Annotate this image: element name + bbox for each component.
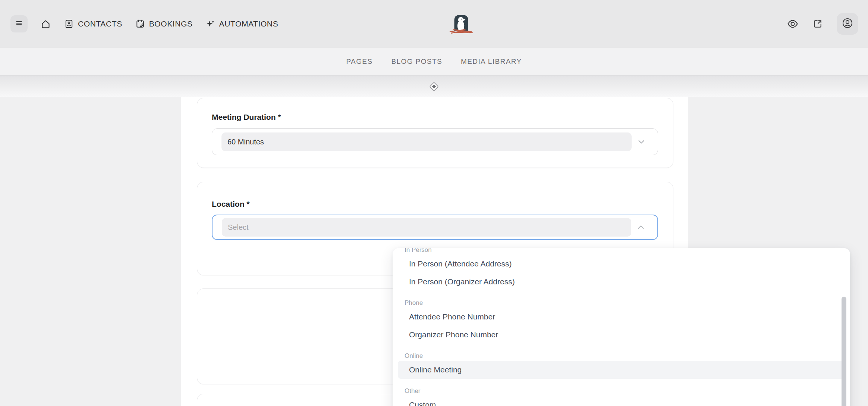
site-builder-subnav: PAGES BLOG POSTS MEDIA LIBRARY xyxy=(0,48,868,76)
meeting-duration-card: Meeting Duration * 60 Minutes xyxy=(197,98,673,168)
dropdown-option[interactable]: Custom xyxy=(398,396,845,406)
location-label: Location * xyxy=(212,199,658,209)
dropdown-option-highlighted[interactable]: Online Meeting xyxy=(398,361,845,379)
home-icon xyxy=(40,19,51,29)
location-select[interactable]: Select xyxy=(212,215,658,240)
topbar-right-group xyxy=(787,0,858,48)
nav-item-automations[interactable]: AUTOMATIONS xyxy=(205,19,279,29)
dropdown-option[interactable]: In Person (Attendee Address) xyxy=(398,255,845,273)
dropdown-group-header: Other xyxy=(398,386,845,396)
location-placeholder: Select xyxy=(222,218,631,237)
nav-item-contacts[interactable]: CONTACTS xyxy=(64,19,122,29)
dropdown-group-header: Phone xyxy=(398,298,845,308)
dropdown-option[interactable]: Attendee Phone Number xyxy=(398,308,845,326)
nav-item-bookings[interactable]: BOOKINGS xyxy=(135,19,193,29)
nest-logo[interactable] xyxy=(449,10,474,36)
page-editor-content: Meeting Duration * 60 Minutes Location *… xyxy=(0,97,868,406)
top-navigation-bar: CONTACTS BOOKINGS AUTOMATIONS xyxy=(0,0,868,48)
bookings-icon xyxy=(135,19,145,29)
external-link-icon[interactable] xyxy=(812,18,823,29)
dropdown-option[interactable]: Organizer Phone Number xyxy=(398,326,845,344)
subnav-tab-pages[interactable]: PAGES xyxy=(346,57,372,66)
account-icon xyxy=(842,17,853,31)
meeting-duration-select[interactable]: 60 Minutes xyxy=(212,128,658,155)
automations-icon xyxy=(205,19,216,29)
chevron-down-icon xyxy=(632,137,651,147)
dropdown-scrollbar[interactable] xyxy=(842,297,846,406)
editor-canvas: Meeting Duration * 60 Minutes Location *… xyxy=(181,97,688,406)
subnav-tab-blog-posts[interactable]: BLOG POSTS xyxy=(391,57,442,66)
nav-item-label: BOOKINGS xyxy=(149,19,193,28)
dropdown-group-header: Online xyxy=(398,351,845,361)
meeting-duration-value: 60 Minutes xyxy=(221,132,632,151)
nav-item-label: CONTACTS xyxy=(78,19,122,28)
widget-diamond-icon[interactable] xyxy=(429,81,439,92)
nav-item-label: AUTOMATIONS xyxy=(219,19,279,28)
hamburger-menu-button[interactable] xyxy=(10,15,28,32)
hamburger-menu-icon xyxy=(14,18,24,29)
builder-toolbar-band xyxy=(0,76,868,97)
dropdown-group-header: In Person xyxy=(398,248,845,255)
account-button[interactable] xyxy=(837,13,858,35)
preview-eye-icon[interactable] xyxy=(787,18,799,30)
subnav-tab-media-library[interactable]: MEDIA LIBRARY xyxy=(461,57,522,66)
topbar-left-group: CONTACTS BOOKINGS AUTOMATIONS xyxy=(10,0,278,48)
dropdown-option[interactable]: In Person (Organizer Address) xyxy=(398,273,845,291)
contacts-icon xyxy=(64,19,74,29)
meeting-duration-label: Meeting Duration * xyxy=(212,112,658,122)
home-button[interactable] xyxy=(40,19,51,29)
chevron-up-icon xyxy=(631,222,651,232)
location-dropdown-menu: In Person In Person (Attendee Address) I… xyxy=(393,248,850,406)
